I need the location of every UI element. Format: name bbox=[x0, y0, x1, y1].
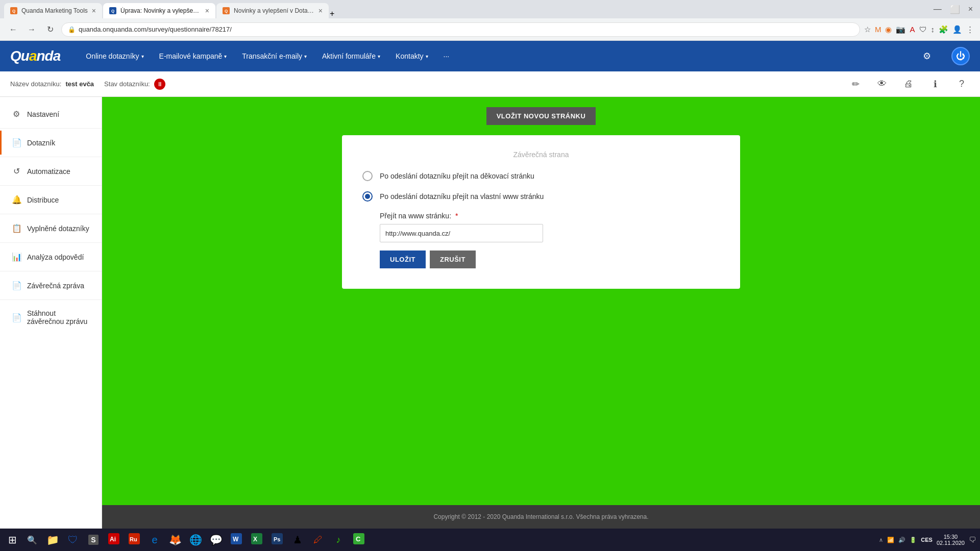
taskbar-app-chrome[interactable]: 🌐 bbox=[186, 531, 205, 549]
insert-page-button[interactable]: VLOŽIT NOVOU STRÁNKU bbox=[486, 107, 596, 125]
browser-tab-2[interactable]: Q Úprava: Novinky a vylepšení v D... × bbox=[103, 3, 215, 18]
start-button[interactable]: ⊞ bbox=[4, 534, 21, 546]
back-button[interactable]: ← bbox=[6, 22, 20, 37]
close-button[interactable]: × bbox=[965, 5, 976, 14]
nav-label-2: E-mailové kampaně bbox=[159, 52, 223, 60]
taskbar-app-teams[interactable]: 💬 bbox=[207, 531, 225, 549]
nav-label-4: Aktivní formuláře bbox=[322, 52, 376, 60]
cancel-button[interactable]: ZRUŠIT bbox=[430, 251, 476, 268]
nav-aktivni[interactable]: Aktivní formuláře ▾ bbox=[322, 50, 380, 62]
nav-arrow-4: ▾ bbox=[378, 54, 380, 59]
sidebar-item-dotaznik[interactable]: 📄 Dotazník bbox=[0, 131, 102, 155]
taskbar-app-firefox[interactable]: 🦊 bbox=[166, 531, 184, 549]
sidebar-label-nastaveni: Nastavení bbox=[27, 110, 59, 118]
taskbar-app-ps[interactable]: Ps bbox=[268, 531, 286, 549]
required-indicator: * bbox=[455, 212, 458, 220]
card-title: Závěrečná strana bbox=[362, 151, 720, 159]
logo: Quanda bbox=[10, 48, 60, 64]
new-tab-button[interactable]: + bbox=[330, 9, 334, 18]
nav-kontakty[interactable]: Kontakty ▾ bbox=[396, 50, 428, 62]
edit-icon[interactable]: ✏ bbox=[847, 76, 864, 92]
stahnout-icon: 📄 bbox=[12, 313, 21, 322]
sidebar-item-distribuce[interactable]: 🔔 Distribuce bbox=[0, 188, 102, 212]
sidebar-label-distribuce: Distribuce bbox=[27, 196, 59, 204]
sync-icon[interactable]: ↕ bbox=[931, 25, 935, 34]
taskbar-time-text: 15:30 bbox=[944, 534, 958, 540]
taskbar-language[interactable]: CES bbox=[921, 537, 933, 543]
minimize-button[interactable]: — bbox=[930, 5, 945, 14]
taskbar-app-word[interactable]: W bbox=[227, 531, 246, 549]
tab-close-1[interactable]: × bbox=[92, 7, 96, 15]
extensions2-icon[interactable]: 🧩 bbox=[939, 25, 948, 34]
camera-icon[interactable]: 📷 bbox=[896, 25, 905, 34]
url-label-text: Přejít na www stránku: bbox=[380, 212, 451, 220]
forward-button[interactable]: → bbox=[24, 22, 39, 37]
tab-close-2[interactable]: × bbox=[205, 7, 209, 15]
browser-tab-1[interactable]: Q Quanda Marketing Tools × bbox=[4, 3, 102, 18]
save-button[interactable]: ULOŽIT bbox=[380, 251, 426, 268]
pdf-icon[interactable]: A bbox=[910, 25, 915, 34]
page-footer: Copyright © 2012 - 2020 Quanda Internati… bbox=[102, 505, 980, 529]
nav-email-kampane[interactable]: E-mailové kampaně ▾ bbox=[159, 50, 227, 62]
address-text: quanda.onquanda.com/survey/questionnaire… bbox=[79, 26, 232, 33]
settings-icon[interactable]: ⚙ bbox=[918, 47, 936, 65]
info-icon[interactable]: ℹ bbox=[927, 76, 943, 92]
taskbar-app-s1[interactable]: S bbox=[84, 531, 103, 549]
nav-more[interactable]: ··· bbox=[444, 50, 450, 62]
help-icon[interactable]: ? bbox=[953, 76, 970, 92]
sidebar-item-stahnout[interactable]: 📄 Stáhnout závěrečnou zprávu bbox=[0, 302, 102, 333]
url-input[interactable] bbox=[380, 224, 543, 242]
extensions-icon[interactable]: M bbox=[875, 25, 881, 34]
taskbar-app-files[interactable]: 📁 bbox=[43, 531, 62, 549]
taskbar-date-text: 02.11.2020 bbox=[937, 540, 965, 546]
taskbar-app-spotify[interactable]: ♪ bbox=[329, 531, 348, 549]
tray-sound-icon[interactable]: 🔊 bbox=[898, 537, 905, 543]
svg-text:Ru: Ru bbox=[130, 536, 137, 542]
survey-area: VLOŽIT NOVOU STRÁNKU Závěrečná strana Po… bbox=[102, 97, 980, 505]
taskbar-app-excel[interactable]: X bbox=[248, 531, 266, 549]
nav-transakcni[interactable]: Transakční e-maily ▾ bbox=[242, 50, 307, 62]
tab-favicon-1: Q bbox=[10, 7, 17, 14]
reload-button[interactable]: ↻ bbox=[43, 22, 57, 37]
radio-option-2[interactable]: Po odeslání dotazníku přejít na vlastní … bbox=[362, 191, 720, 202]
rss-icon[interactable]: ◉ bbox=[885, 25, 892, 34]
taskbar-app-steam[interactable]: ♟ bbox=[288, 531, 307, 549]
menu-icon[interactable]: ⋮ bbox=[966, 25, 974, 34]
address-bar[interactable]: 🔒 quanda.onquanda.com/survey/questionnai… bbox=[61, 22, 860, 37]
sidebar-item-analyza[interactable]: 📊 Analýza odpovědí bbox=[0, 245, 102, 269]
sidebar-item-nastaveni[interactable]: ⚙ Nastavení bbox=[0, 102, 102, 126]
taskbar-clock[interactable]: 15:30 02.11.2020 bbox=[937, 534, 965, 546]
taskbar-app-security[interactable]: 🛡 bbox=[64, 531, 82, 549]
account-icon[interactable]: 👤 bbox=[952, 25, 962, 34]
taskbar-app-ai[interactable]: Ai bbox=[105, 531, 123, 549]
radio-option-1[interactable]: Po odeslání dotazníku přejít na děkovací… bbox=[362, 171, 720, 181]
sidebar-item-vyplnene[interactable]: 📋 Vyplněné dotazníky bbox=[0, 216, 102, 240]
taskbar-app-paint[interactable]: 🖊 bbox=[309, 531, 327, 549]
sidebar-item-automatizace[interactable]: ↺ Automatizace bbox=[0, 159, 102, 183]
sidebar-label-dotaznik: Dotazník bbox=[27, 139, 55, 147]
taskbar-app-ru[interactable]: Ru bbox=[125, 531, 143, 549]
svg-text:W: W bbox=[233, 536, 239, 543]
tray-up-icon[interactable]: ∧ bbox=[879, 537, 883, 543]
print-icon[interactable]: 🖨 bbox=[900, 76, 917, 92]
sidebar-item-zaverecna-zprava[interactable]: 📄 Závěrečná zpráva bbox=[0, 273, 102, 297]
content-area: VLOŽIT NOVOU STRÁNKU Závěrečná strana Po… bbox=[102, 97, 980, 529]
tab-close-3[interactable]: × bbox=[318, 7, 323, 15]
radio-circle-1[interactable] bbox=[362, 171, 373, 181]
notification-icon[interactable]: 🗨 bbox=[969, 536, 976, 544]
nav-online-dotazniky[interactable]: Online dotazníky ▾ bbox=[86, 50, 143, 62]
power-button[interactable]: ⏻ bbox=[951, 47, 970, 65]
taskbar-search-button[interactable]: 🔍 bbox=[23, 535, 41, 545]
taskbar-app-edge[interactable]: e bbox=[145, 531, 164, 549]
browser-tab-3[interactable]: Q Novinky a vylepšení v Dotazníci... × bbox=[216, 3, 329, 18]
bookmark-star-icon[interactable]: ☆ bbox=[864, 25, 871, 34]
maximize-button[interactable]: ⬜ bbox=[947, 5, 963, 14]
tray-battery-icon[interactable]: 🔋 bbox=[910, 537, 917, 543]
preview-icon[interactable]: 👁 bbox=[874, 76, 890, 92]
shield-icon[interactable]: 🛡 bbox=[919, 25, 927, 34]
taskbar-app-c[interactable]: C bbox=[350, 531, 368, 549]
taskbar: ⊞ 🔍 📁 🛡 S Ai Ru bbox=[0, 529, 980, 551]
radio-circle-2[interactable] bbox=[362, 191, 373, 202]
zaverecna-zprava-icon: 📄 bbox=[12, 281, 21, 290]
tray-network-icon[interactable]: 📶 bbox=[887, 537, 894, 543]
